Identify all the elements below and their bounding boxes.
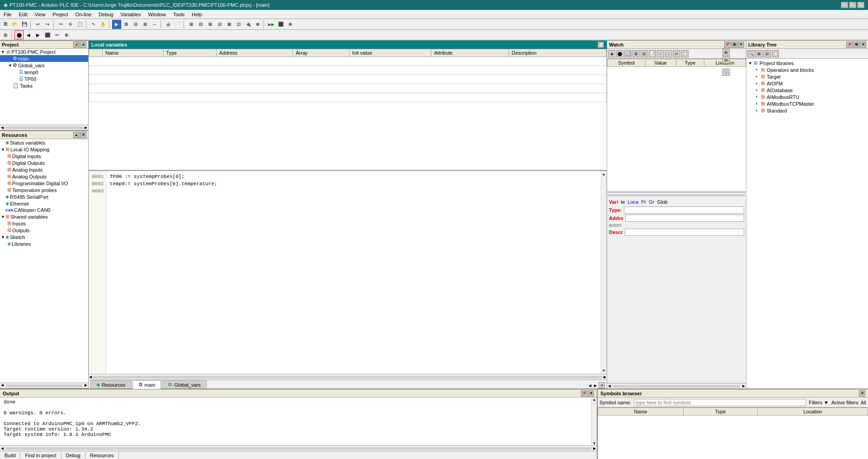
tb-cut[interactable]: ✂ [57,20,66,29]
resources-pin-btn[interactable]: ▲ [73,132,80,138]
watch-pin-btn[interactable]: 📌 [724,42,731,48]
tb-new[interactable]: 🖹 [1,20,10,29]
lib-tb-4[interactable]: 📋 [772,50,779,57]
res-sketch[interactable]: ▼ ◈ Sketch [0,234,88,240]
watch-tb-3[interactable]: 🔄 [624,50,632,57]
res-ethernet[interactable]: ◈ Ethernet [0,200,88,207]
menu-edit[interactable]: Edit [15,10,31,19]
code-scroll-up-btn[interactable]: ▲ [601,171,606,177]
tb-save[interactable]: 💾 [20,20,29,29]
tb-build[interactable]: ▶ [112,20,121,29]
lib-item-operators[interactable]: + ⊞ Operators and blocks [747,66,867,73]
res-rs485[interactable]: ◈ RS485 SerialPort [0,193,88,200]
watch-tb-5[interactable]: ⊟ [641,50,648,57]
hscroll-right-btn[interactable]: ▶ [85,126,87,130]
output-pin-btn[interactable]: 📌 [581,390,587,397]
lib-item-aimobdbus[interactable]: + ⊞ AIModbusTCPMaster [747,100,867,107]
menu-project[interactable]: Project [49,10,71,19]
lib-tb-3[interactable]: ⊟ [764,50,771,57]
tb-more[interactable]: ⊕ [286,20,295,29]
lib-tb-2[interactable]: ⊞ [755,50,763,57]
code-hscroll[interactable]: ◀ ▶ [89,374,607,379]
lib-item-project[interactable]: ▼ ⊞ Project libraries [747,60,867,66]
tree-item-temp0[interactable]: ☰ temp0 [0,69,88,75]
symbols-search-input[interactable] [634,399,806,406]
menu-debug[interactable]: Debug [95,10,117,19]
watch-tb-8[interactable]: ↓ [665,50,672,57]
tree-item-main[interactable]: ⚙ main [0,55,88,62]
tb-zoom2[interactable]: ⊟ [196,20,205,29]
menu-help[interactable]: Help [188,10,206,19]
tree-item-root[interactable]: ▼ 🖥 PT100-PMC Project [0,49,88,55]
watch-tb-1[interactable]: ◈ [608,50,615,57]
tb-p2[interactable]: 📄 [173,20,182,29]
tb-b3[interactable]: ⊟ [131,20,140,29]
tb2-6[interactable]: ⊕ [62,30,71,39]
menu-window[interactable]: Window [145,10,170,19]
right-hscroll-left[interactable]: ◀ [607,384,612,388]
hscroll-left-btn[interactable]: ◀ [1,126,4,130]
tb2-rec[interactable]: ⬛ [43,30,52,39]
watch-tb-10[interactable]: 📋 [681,50,689,57]
menu-file[interactable]: File [0,10,15,19]
lib-item-aiopm[interactable]: + ⊞ AIOPM [747,80,867,87]
var-addr-input[interactable] [625,215,744,222]
res-prog-dig[interactable]: ⊞ Programmable Digital I/O [0,180,88,187]
res-inputs[interactable]: ⊞ Inputs [0,220,88,227]
menu-variables[interactable]: Variables [117,10,145,19]
code-content[interactable]: TP00 := sysTempProbes[0]; temp0:= system… [106,171,601,374]
tb-paste[interactable]: 📋 [75,20,85,29]
lib-item-target[interactable]: + ⊞ Target [747,73,867,80]
tb-redo[interactable]: ↪ [43,20,52,29]
output-vscroll[interactable]: ▲ ▼ [591,398,597,445]
tb-arrow[interactable]: ↖ [89,20,98,29]
tab-nav-right[interactable]: ▶ [593,384,598,388]
output-scroll-up[interactable]: ▲ [592,398,597,402]
library-undock-btn[interactable]: ⊞ [853,42,859,48]
vars-btn-1[interactable]: ⊞ [722,49,730,56]
tb-b2[interactable]: ⊞ [122,20,131,29]
tb-grid2[interactable]: ⊟ [215,20,224,29]
res-temp-probes[interactable]: ⊞ Temperature probes [0,187,88,193]
expand-shared[interactable]: ▼ [1,215,5,219]
output-tab-build[interactable]: Build [0,452,20,459]
watch-hscroll[interactable] [607,192,746,197]
tb-connect[interactable]: 🔌 [244,20,253,29]
lib-tb-search[interactable]: 🔍 [747,50,755,57]
output-hscroll[interactable]: ◀ ▶ [0,445,597,451]
tb-zoom1[interactable]: ⊞ [187,20,196,29]
tree-item-tp00[interactable]: ☰ TP00 [0,75,88,82]
tb-b5[interactable]: ↔ [150,20,159,29]
tab-resources[interactable]: ◈ Resources [90,380,132,389]
res-scroll-left[interactable]: ◀ [0,383,5,388]
tb2-3[interactable]: ◀ [24,30,33,39]
watch-close-btn[interactable]: ✕ [738,42,744,48]
lib-item-aidatabase[interactable]: + ⊞ AIDatabase [747,87,867,94]
tab-globalvars[interactable]: ⚙ Global_vars [162,380,207,389]
lib-item-aimodbusrtu[interactable]: + ⊞ AIModbusRTU [747,94,867,100]
menu-tools[interactable]: Tools [170,10,189,19]
watch-tb-4[interactable]: ⊞ [632,50,640,57]
resources-close-btn[interactable]: ✕ [80,132,86,138]
watch-tb-7[interactable]: ↑ [657,50,664,57]
right-hscroll-right[interactable]: ▶ [741,384,746,388]
menu-view[interactable]: View [31,10,49,19]
resources-hscroll[interactable]: ◀ ▶ [0,383,88,388]
tb-copy[interactable]: ⎘ [66,20,75,29]
var-descr-input[interactable] [625,229,744,236]
output-tab-findinproject[interactable]: Find in project [20,452,61,459]
expand-root[interactable]: ▼ [1,50,5,54]
tb-undo[interactable]: ↩ [33,20,42,29]
expand-local-io[interactable]: ▼ [1,147,5,152]
tab-main[interactable]: ⚙ main [132,380,161,389]
res-scroll-right[interactable]: ▶ [84,383,88,388]
output-hscroll-right[interactable]: ▶ [592,446,597,450]
minimize-btn[interactable]: ─ [841,2,848,8]
tb-stop[interactable]: ⬛ [276,20,285,29]
library-close-btn[interactable]: ✕ [860,42,866,48]
expand-sketch[interactable]: ▼ [1,235,5,239]
code-vscroll[interactable]: ▲ ▼ [601,171,606,374]
output-tab-debug[interactable]: Debug [61,452,85,459]
watch-tb-6[interactable]: 📝 [649,50,656,57]
res-outputs[interactable]: ⊞ Outputs [0,227,88,234]
